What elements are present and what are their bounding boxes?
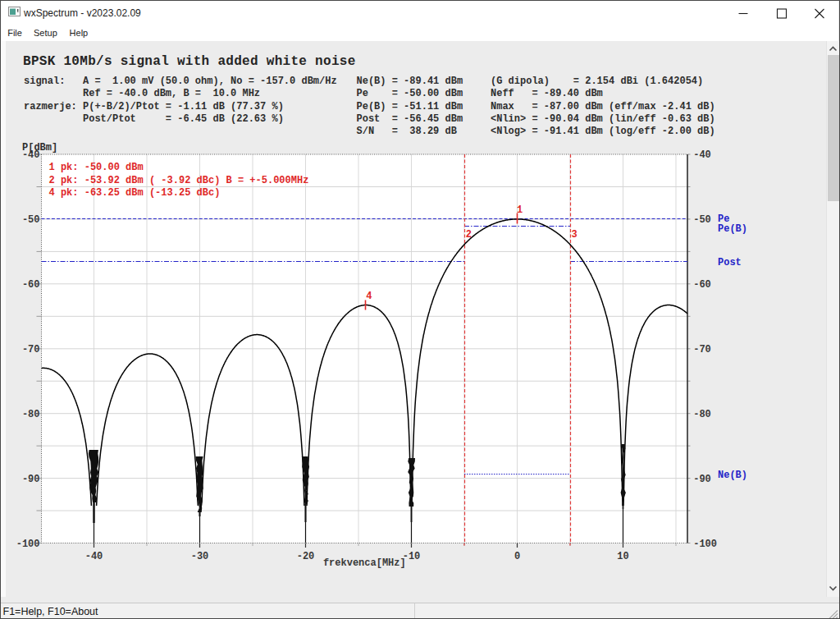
svg-text:-40: -40 <box>693 149 711 161</box>
svg-text:10: 10 <box>617 551 628 562</box>
svg-text:-70: -70 <box>693 344 711 355</box>
svg-text:3: 3 <box>571 229 577 241</box>
svg-text:-80: -80 <box>693 409 711 420</box>
svg-text:Ne(B): Ne(B) <box>718 470 747 481</box>
svg-text:-100: -100 <box>693 539 717 550</box>
svg-text:-30: -30 <box>191 551 209 562</box>
svg-text:-60: -60 <box>22 279 40 291</box>
svg-text:2: 2 <box>466 229 472 241</box>
svg-text:2 pk: -53.92 dBm ( -3.92 dBc): 2 pk: -53.92 dBm ( -3.92 dBc) B = +-5.00… <box>49 175 309 186</box>
svg-text:-40: -40 <box>85 551 103 562</box>
svg-text:4: 4 <box>366 291 372 302</box>
svg-text:0: 0 <box>514 551 520 562</box>
svg-text:frekvenca[MHz]: frekvenca[MHz] <box>323 557 406 569</box>
svg-text:-90: -90 <box>22 474 40 485</box>
svg-text:-20: -20 <box>297 551 315 562</box>
svg-text:-50: -50 <box>22 214 40 226</box>
svg-text:1 pk: -50.00 dBm: 1 pk: -50.00 dBm <box>49 162 144 173</box>
svg-text:-60: -60 <box>693 279 711 291</box>
svg-text:-90: -90 <box>693 474 711 485</box>
svg-text:-100: -100 <box>16 539 40 550</box>
svg-text:-50: -50 <box>693 214 711 226</box>
svg-text:P[dBm]: P[dBm] <box>22 142 57 154</box>
svg-text:Pe(B): Pe(B) <box>718 223 747 235</box>
svg-text:4 pk: -63.25 dBm (-13.25 dBc): 4 pk: -63.25 dBm (-13.25 dBc) <box>49 187 221 199</box>
svg-text:Post: Post <box>718 257 742 268</box>
svg-text:-70: -70 <box>22 344 40 355</box>
svg-text:-80: -80 <box>22 409 40 420</box>
